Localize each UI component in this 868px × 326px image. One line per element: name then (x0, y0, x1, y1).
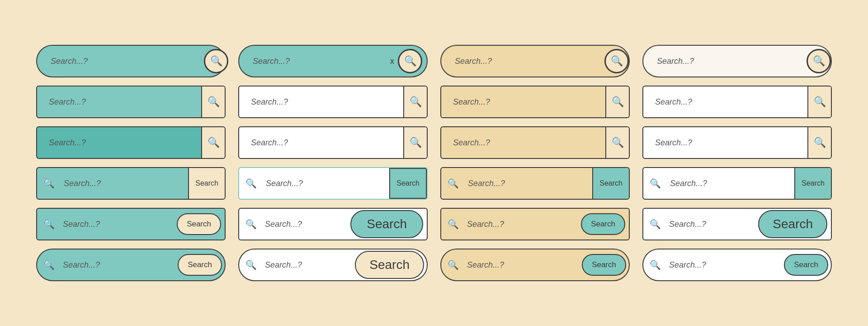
search-icon-r6c2: 🔍 (245, 259, 260, 270)
search-icon-r1c2[interactable]: 🔍 (398, 49, 422, 73)
search-icon-r6c1: 🔍 (43, 259, 58, 270)
search-icon-r1c4[interactable]: 🔍 (807, 49, 831, 73)
search-bar-r1c1[interactable]: Search...? 🔍 (36, 45, 226, 77)
search-icon-r5c3: 🔍 (448, 219, 462, 230)
search-bar-r2c1[interactable]: Search...? 🔍 (36, 86, 226, 118)
search-button-r5c1[interactable]: Search (177, 213, 221, 235)
search-bar-r3c3[interactable]: Search...? 🔍 (440, 126, 630, 159)
search-icon-r4c4: 🔍 (643, 178, 665, 189)
search-placeholder-r2c3: Search...? (448, 97, 605, 107)
search-bar-r6c1[interactable]: 🔍 Search...? Search (36, 249, 226, 281)
search-bar-r2c4[interactable]: Search...? 🔍 (642, 86, 832, 118)
search-bar-r3c1[interactable]: Search...? 🔍 (36, 126, 226, 159)
search-icon-r6c4: 🔍 (650, 259, 665, 270)
search-bar-r1c2[interactable]: Search...? x 🔍 (238, 45, 428, 77)
search-placeholder-r2c2: Search...? (246, 97, 403, 107)
search-placeholder-r3c4: Search...? (651, 138, 807, 148)
search-placeholder-r3c1: Search...? (44, 138, 201, 148)
search-bar-r6c3[interactable]: 🔍 Search...? Search (440, 249, 630, 281)
search-button-r6c1[interactable]: Search (178, 254, 222, 276)
search-icon-r2c3[interactable]: 🔍 (605, 86, 629, 117)
search-button-r6c2[interactable]: Search (355, 251, 424, 279)
clear-button-r1c2[interactable]: x (387, 57, 398, 66)
search-placeholder-r3c3: Search...? (448, 138, 605, 148)
search-bar-r4c2[interactable]: 🔍 Search...? Search (238, 167, 428, 200)
search-icon-r5c2: 🔍 (245, 219, 260, 230)
search-bar-r5c4[interactable]: 🔍 Search...? Search (642, 208, 832, 240)
search-placeholder-r5c1: Search...? (58, 220, 177, 229)
search-placeholder-r6c2: Search...? (260, 260, 355, 270)
search-button-r5c2[interactable]: Search (350, 210, 423, 238)
search-bar-r3c2[interactable]: Search...? 🔍 (238, 126, 428, 159)
search-placeholder-r6c3: Search...? (462, 260, 582, 270)
search-bar-r4c1[interactable]: 🔍 Search...? Search (36, 167, 226, 200)
search-icon-r3c1[interactable]: 🔍 (201, 127, 225, 158)
search-placeholder-r4c4: Search...? (665, 179, 794, 188)
search-placeholder-r4c1: Search...? (59, 179, 188, 188)
search-icon-r3c3[interactable]: 🔍 (605, 127, 629, 158)
search-icon-r1c3[interactable]: 🔍 (604, 49, 629, 73)
search-button-r4c2[interactable]: Search (389, 168, 427, 199)
search-button-r4c4[interactable]: Search (794, 168, 831, 199)
search-icon-r4c1: 🔍 (37, 178, 59, 189)
search-placeholder-r5c3: Search...? (462, 220, 581, 229)
search-bar-r4c3[interactable]: 🔍 Search...? Search (440, 167, 630, 200)
search-button-r5c4[interactable]: Search (758, 210, 827, 238)
search-icon-r2c1[interactable]: 🔍 (201, 86, 225, 117)
search-bars-grid: Search...? 🔍 Search...? x 🔍 Search...? 🔍… (23, 36, 845, 290)
search-bar-r3c4[interactable]: Search...? 🔍 (642, 126, 832, 159)
search-placeholder-r4c2: Search...? (261, 179, 389, 188)
search-icon-r4c2: 🔍 (239, 178, 261, 189)
search-icon-r4c3: 🔍 (441, 178, 463, 189)
search-button-r4c1[interactable]: Search (188, 168, 225, 199)
search-placeholder-r1c2: Search...? (248, 57, 387, 66)
search-bar-r1c4[interactable]: Search...? 🔍 (642, 45, 832, 77)
search-button-r6c3[interactable]: Search (582, 254, 626, 276)
search-bar-r6c2[interactable]: 🔍 Search...? Search (238, 249, 428, 281)
search-bar-r5c3[interactable]: 🔍 Search...? Search (440, 208, 630, 240)
search-placeholder-r5c4: Search...? (665, 220, 758, 229)
search-placeholder-r4c3: Search...? (463, 179, 592, 188)
search-placeholder-r1c1: Search...? (46, 57, 204, 66)
search-bar-r4c4[interactable]: 🔍 Search...? Search (642, 167, 832, 200)
search-button-r6c4[interactable]: Search (784, 254, 828, 276)
search-icon-r5c4: 🔍 (650, 219, 665, 230)
search-placeholder-r3c2: Search...? (246, 138, 403, 148)
search-button-r5c3[interactable]: Search (581, 213, 625, 235)
search-button-r4c3[interactable]: Search (592, 168, 629, 199)
search-icon-r2c2[interactable]: 🔍 (403, 86, 427, 117)
search-placeholder-r6c1: Search...? (58, 260, 178, 270)
search-placeholder-r2c1: Search...? (44, 97, 201, 107)
search-placeholder-r1c4: Search...? (652, 57, 807, 66)
search-bar-r2c3[interactable]: Search...? 🔍 (440, 86, 630, 118)
search-icon-r3c2[interactable]: 🔍 (403, 127, 427, 158)
search-bar-r5c1[interactable]: 🔍 Search...? Search (36, 208, 226, 240)
search-icon-r6c3: 🔍 (448, 259, 462, 270)
search-icon-r3c4[interactable]: 🔍 (807, 127, 831, 158)
search-placeholder-r1c3: Search...? (450, 57, 604, 66)
search-icon-r2c4[interactable]: 🔍 (807, 86, 831, 117)
search-placeholder-r6c4: Search...? (665, 260, 784, 270)
search-icon-r5c1: 🔍 (43, 219, 58, 230)
search-placeholder-r2c4: Search...? (651, 97, 807, 107)
search-icon-r1c1[interactable]: 🔍 (204, 49, 228, 73)
search-placeholder-r5c2: Search...? (260, 220, 350, 229)
search-bar-r5c2[interactable]: 🔍 Search...? Search (238, 208, 428, 240)
search-bar-r6c4[interactable]: 🔍 Search...? Search (642, 249, 832, 281)
search-bar-r2c2[interactable]: Search...? 🔍 (238, 86, 428, 118)
search-bar-r1c3[interactable]: Search...? 🔍 (440, 45, 630, 77)
